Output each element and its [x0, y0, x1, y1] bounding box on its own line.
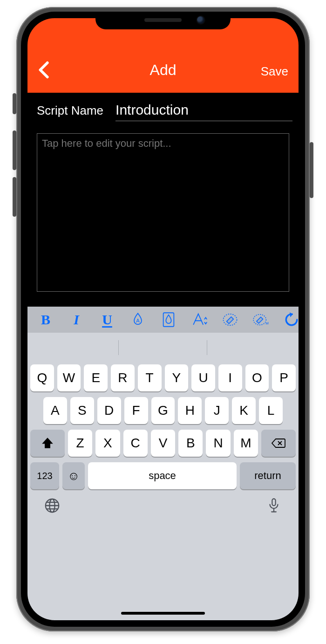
phone-silence-switch: [13, 93, 16, 114]
italic-button[interactable]: I: [68, 312, 84, 328]
key-w[interactable]: W: [57, 364, 81, 391]
keyboard-row-1: Q W E R T Y U I O P: [30, 364, 296, 391]
phone-volume-up: [13, 130, 16, 170]
key-h[interactable]: H: [178, 397, 202, 424]
phone-notch: [95, 12, 231, 29]
svg-text:A: A: [136, 318, 140, 323]
key-o[interactable]: O: [245, 364, 269, 391]
key-j[interactable]: J: [205, 397, 229, 424]
app-screen: Add Save Script Name B I U A: [27, 18, 299, 620]
key-c[interactable]: C: [123, 430, 148, 457]
key-z[interactable]: Z: [68, 430, 92, 457]
clear-format-button[interactable]: [222, 312, 238, 328]
key-u[interactable]: U: [191, 364, 215, 391]
shift-icon: [41, 437, 54, 449]
text-color-button[interactable]: A: [130, 312, 146, 328]
keyboard-suggestion-bar: [30, 336, 296, 360]
globe-key[interactable]: [44, 498, 60, 515]
space-key[interactable]: space: [88, 462, 237, 489]
droplet-outline-icon: A: [130, 312, 146, 328]
script-name-row: Script Name: [37, 101, 289, 121]
eraser-icon: [222, 312, 238, 328]
key-m[interactable]: M: [234, 430, 258, 457]
backspace-icon: [272, 437, 285, 449]
key-t[interactable]: T: [138, 364, 162, 391]
eraser-all-icon: all: [253, 312, 269, 328]
phone-volume-down: [13, 177, 16, 217]
key-f[interactable]: F: [124, 397, 148, 424]
key-q[interactable]: Q: [30, 364, 54, 391]
home-indicator[interactable]: [121, 612, 205, 615]
phone-bezel: Add Save Script Name B I U A: [16, 7, 310, 631]
keyboard-suggestion-3[interactable]: [207, 336, 296, 360]
script-form: Script Name: [27, 93, 299, 307]
numeric-key[interactable]: 123: [30, 462, 59, 489]
bold-button[interactable]: B: [38, 312, 54, 328]
dictation-key[interactable]: [266, 498, 282, 515]
highlight-color-button[interactable]: [161, 312, 177, 328]
mic-icon: [266, 498, 282, 514]
key-e[interactable]: E: [84, 364, 108, 391]
font-size-button[interactable]: [191, 312, 207, 328]
key-s[interactable]: S: [70, 397, 94, 424]
key-g[interactable]: G: [151, 397, 175, 424]
backspace-key[interactable]: [261, 430, 296, 457]
script-name-input[interactable]: [115, 101, 292, 121]
keyboard-suggestion-1[interactable]: [30, 336, 119, 360]
script-name-label: Script Name: [37, 103, 103, 118]
keyboard-suggestion-2[interactable]: [119, 336, 207, 360]
script-body-textarea[interactable]: [37, 133, 289, 292]
format-toolbar: B I U A: [27, 307, 299, 333]
key-i[interactable]: I: [218, 364, 242, 391]
keyboard-row-4: 123 ☺ space return: [30, 462, 296, 489]
key-y[interactable]: Y: [165, 364, 189, 391]
key-v[interactable]: V: [151, 430, 175, 457]
keyboard-row-3: Z X C V B N M: [30, 430, 296, 457]
phone-camera-icon: [197, 16, 204, 24]
globe-icon: [44, 498, 60, 514]
phone-speaker: [144, 18, 182, 22]
font-size-icon: [191, 312, 207, 328]
undo-icon: [284, 312, 299, 328]
key-d[interactable]: D: [97, 397, 121, 424]
keyboard-footer: [30, 493, 296, 526]
svg-rect-7: [272, 499, 275, 506]
key-r[interactable]: R: [111, 364, 135, 391]
key-l[interactable]: L: [259, 397, 283, 424]
onscreen-keyboard: Q W E R T Y U I O P A S D F G H J K L: [27, 333, 299, 620]
underline-button[interactable]: U: [99, 312, 115, 328]
emoji-icon: ☺: [68, 469, 80, 483]
key-b[interactable]: B: [178, 430, 203, 457]
key-x[interactable]: X: [95, 430, 120, 457]
key-a[interactable]: A: [43, 397, 67, 424]
svg-text:all: all: [265, 321, 269, 325]
key-n[interactable]: N: [206, 430, 230, 457]
page-title: Add: [27, 62, 299, 79]
undo-button[interactable]: [284, 312, 299, 328]
save-button[interactable]: Save: [261, 64, 288, 79]
keyboard-row-2: A S D F G H J K L: [30, 397, 296, 424]
app-header: Add Save: [27, 18, 299, 93]
emoji-key[interactable]: ☺: [62, 462, 85, 489]
shift-key[interactable]: [30, 430, 65, 457]
key-p[interactable]: P: [272, 364, 296, 391]
key-k[interactable]: K: [232, 397, 256, 424]
return-key[interactable]: return: [240, 462, 296, 489]
phone-power-button: [310, 142, 313, 198]
droplet-boxed-icon: [161, 312, 177, 328]
phone-bezel-inner: Add Save Script Name B I U A: [21, 12, 305, 627]
clear-all-button[interactable]: all: [253, 312, 269, 328]
